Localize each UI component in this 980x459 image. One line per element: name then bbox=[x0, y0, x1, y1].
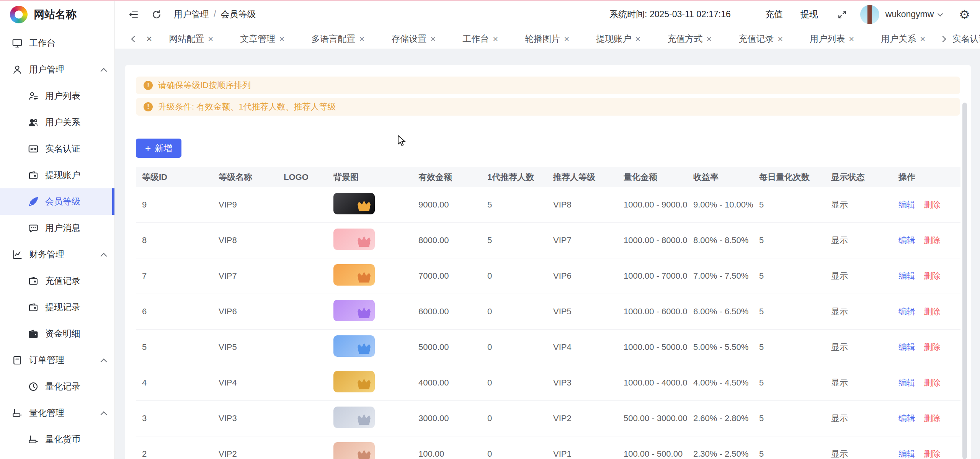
edit-link[interactable]: 编辑 bbox=[898, 306, 915, 317]
chevron-up-icon bbox=[101, 253, 107, 259]
sidebar-item[interactable]: 提现记录 bbox=[0, 294, 114, 320]
cell-level-id: 2 bbox=[136, 449, 212, 459]
cell-level-id: 7 bbox=[136, 271, 212, 281]
sidebar-item-icon bbox=[11, 64, 23, 75]
sidebar-item[interactable]: 会员等级 bbox=[0, 188, 114, 215]
delete-link[interactable]: 删除 bbox=[924, 199, 941, 211]
sidebar-item[interactable]: 订单管理 bbox=[0, 347, 114, 373]
col-header: 操作 bbox=[892, 172, 960, 183]
tab-close-icon[interactable]: × bbox=[849, 34, 854, 44]
user-menu[interactable]: wukongymw bbox=[885, 9, 942, 20]
tab-close-icon[interactable]: × bbox=[430, 34, 436, 44]
chevron-up-icon bbox=[101, 68, 107, 74]
cell-level-id: 3 bbox=[136, 413, 212, 423]
delete-link[interactable]: 删除 bbox=[924, 448, 941, 459]
col-header: 有效金额 bbox=[412, 172, 481, 183]
cell-level-name: VIP4 bbox=[212, 378, 278, 388]
recharge-link[interactable]: 充值 bbox=[765, 8, 783, 20]
page-loading-bar bbox=[0, 0, 980, 1]
sidebar-item-label: 量化货币 bbox=[45, 433, 80, 445]
tab[interactable]: 文章管理 × bbox=[234, 30, 291, 47]
sidebar-item[interactable]: 充值记录 bbox=[0, 268, 114, 294]
delete-link[interactable]: 删除 bbox=[924, 306, 941, 317]
avatar[interactable] bbox=[860, 5, 879, 24]
tab-close-icon[interactable]: × bbox=[493, 34, 498, 44]
tab[interactable]: 用户列表 × bbox=[804, 30, 860, 47]
cell-quant-amount: 1000.00 - 9000.0 bbox=[617, 200, 687, 210]
edit-link[interactable]: 编辑 bbox=[898, 448, 915, 459]
delete-link[interactable]: 删除 bbox=[924, 270, 941, 282]
sidebar-item[interactable]: 实名认证 bbox=[0, 136, 114, 162]
tab-close-icon[interactable]: × bbox=[208, 34, 213, 44]
cell-background-image bbox=[327, 442, 412, 459]
tab-close-icon[interactable]: × bbox=[920, 34, 925, 44]
cell-referrer-level: VIP3 bbox=[547, 378, 617, 388]
edit-link[interactable]: 编辑 bbox=[898, 341, 915, 353]
tab-close-icon[interactable]: × bbox=[359, 34, 364, 44]
edit-link[interactable]: 编辑 bbox=[898, 377, 915, 389]
vertical-scrollbar[interactable] bbox=[962, 103, 967, 459]
fullscreen-icon[interactable] bbox=[836, 8, 849, 21]
tab[interactable]: 用户关系 × bbox=[875, 30, 931, 47]
delete-link[interactable]: 删除 bbox=[924, 341, 941, 353]
edit-link[interactable]: 编辑 bbox=[898, 413, 915, 424]
sidebar-item[interactable]: 用户消息 bbox=[0, 215, 114, 241]
edit-link[interactable]: 编辑 bbox=[898, 270, 915, 282]
cell-actions: 编辑 删除 bbox=[892, 341, 960, 353]
tab-close-icon[interactable]: × bbox=[564, 34, 569, 44]
tab-close-icon[interactable]: × bbox=[279, 34, 284, 44]
delete-link[interactable]: 删除 bbox=[924, 235, 941, 246]
tabs-scroll-left-icon[interactable] bbox=[128, 33, 141, 46]
sidebar-item[interactable]: 量化管理 bbox=[0, 400, 114, 426]
sidebar-item[interactable]: 资金明细 bbox=[0, 320, 114, 347]
sidebar-item-label: 订单管理 bbox=[29, 354, 64, 366]
breadcrumb-section[interactable]: 用户管理 bbox=[174, 8, 209, 20]
sidebar-item[interactable]: 量化记录 bbox=[0, 373, 114, 400]
tabs-scroll-right-icon[interactable] bbox=[936, 33, 949, 46]
sidebar-item[interactable]: 工作台 bbox=[0, 30, 114, 56]
level-background-card bbox=[333, 229, 375, 250]
refresh-icon[interactable] bbox=[150, 8, 163, 21]
cell-display-status: 显示 bbox=[825, 235, 892, 246]
tab-close-icon[interactable]: × bbox=[706, 34, 712, 44]
tabs-dropdown-icon[interactable] bbox=[959, 33, 972, 46]
sidebar-item[interactable]: 提现账户 bbox=[0, 162, 114, 188]
delete-link[interactable]: 删除 bbox=[924, 413, 941, 424]
tab[interactable]: 存储设置 × bbox=[385, 30, 442, 47]
sidebar-menu: 工作台 用户管理 用户列表 用户关系 bbox=[0, 29, 114, 452]
tab[interactable]: 多语言配置 × bbox=[305, 30, 371, 47]
col-header: LOGO bbox=[278, 172, 327, 182]
brand: 网站名称 bbox=[0, 0, 114, 29]
edit-link[interactable]: 编辑 bbox=[898, 199, 915, 211]
tabs-close-icon[interactable]: × bbox=[146, 33, 152, 45]
topbar-right: 系统时间: 2025-03-11 02:17:16 充值 提现 wukongym… bbox=[609, 5, 970, 24]
sidebar-item[interactable]: 财务管理 bbox=[0, 241, 114, 268]
table-row: 7 VIP7 bbox=[136, 258, 960, 294]
cell-referral-count: 0 bbox=[481, 449, 547, 459]
levels-table: 等级ID 等级名称 LOGO 背景图 有效金额 1代推荐人数 推荐人等级 量化金… bbox=[136, 167, 960, 459]
tab[interactable]: 充值方式 × bbox=[661, 30, 718, 47]
tab-label: 工作台 bbox=[462, 33, 489, 45]
cell-referrer-level: VIP8 bbox=[547, 200, 617, 210]
tab[interactable]: 提现账户 × bbox=[590, 30, 647, 47]
tab[interactable]: 网站配置 × bbox=[163, 30, 219, 47]
tabbar-right bbox=[936, 33, 972, 46]
tab-close-icon[interactable]: × bbox=[635, 34, 640, 44]
delete-link[interactable]: 删除 bbox=[924, 377, 941, 389]
tab[interactable]: 充值记录 × bbox=[732, 30, 789, 47]
withdraw-link[interactable]: 提现 bbox=[800, 8, 818, 20]
tab[interactable]: 轮播图片 × bbox=[519, 30, 575, 47]
sidebar-item[interactable]: 用户列表 bbox=[0, 83, 114, 109]
cell-referral-count: 0 bbox=[481, 413, 547, 423]
edit-link[interactable]: 编辑 bbox=[898, 235, 915, 246]
sidebar-item[interactable]: 用户管理 bbox=[0, 56, 114, 83]
menu-fold-icon[interactable] bbox=[127, 8, 140, 21]
settings-gear-icon[interactable]: ⚙ bbox=[959, 7, 970, 22]
sidebar-item[interactable]: 用户关系 bbox=[0, 109, 114, 136]
add-button[interactable]: + 新增 bbox=[136, 139, 181, 158]
warning-icon: ! bbox=[144, 102, 153, 111]
tab-close-icon[interactable]: × bbox=[777, 34, 783, 44]
tab[interactable]: 工作台 × bbox=[456, 30, 504, 47]
sidebar-item[interactable]: 量化货币 bbox=[0, 426, 114, 452]
tabs: 网站配置 × 文章管理 × 多语言配置 × bbox=[163, 30, 932, 47]
